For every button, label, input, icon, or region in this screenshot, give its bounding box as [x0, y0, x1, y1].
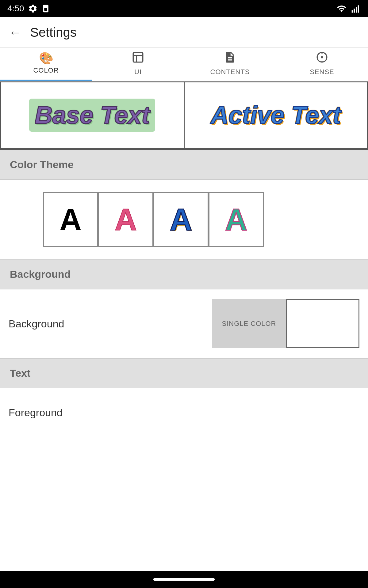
tab-sense-label: SENSE — [310, 68, 334, 76]
bottom-indicator — [153, 578, 215, 581]
text-header: Text — [0, 358, 368, 388]
background-options: SINGLE COLOR — [212, 299, 359, 348]
background-section: Background SINGLE COLOR — [0, 289, 368, 358]
status-bar: 4:50 — [0, 0, 368, 17]
settings-icon — [28, 4, 38, 13]
status-time: 4:50 — [7, 4, 24, 13]
tab-color-label: COLOR — [33, 66, 59, 74]
theme-letter-pink: A — [115, 204, 137, 235]
svg-rect-6 — [133, 52, 143, 62]
status-bar-left: 4:50 — [7, 4, 50, 13]
background-label: Background — [10, 268, 71, 280]
foreground-row: Foreground — [0, 388, 368, 437]
color-theme-label: Color Theme — [10, 159, 74, 170]
text-section: Foreground — [0, 388, 368, 437]
tab-contents-label: CONTENTS — [210, 68, 250, 76]
top-bar: ← Settings — [0, 17, 368, 48]
background-row: Background SINGLE COLOR — [0, 289, 368, 358]
tab-color[interactable]: 🎨 COLOR — [0, 48, 92, 81]
tab-sense[interactable]: SENSE — [276, 48, 368, 81]
status-bar-right — [336, 4, 361, 13]
preview-area: Base Text Active Text — [0, 81, 368, 150]
tabs-container: 🎨 COLOR UI CONTENTS SENSE — [0, 48, 368, 81]
base-text: Base Text — [29, 99, 155, 132]
signal-icon — [351, 4, 361, 13]
tab-contents[interactable]: CONTENTS — [184, 48, 276, 81]
active-text: Active Text — [211, 101, 341, 129]
back-button[interactable]: ← — [9, 26, 21, 39]
sim-icon — [41, 4, 50, 13]
background-row-label: Background — [9, 318, 212, 330]
svg-rect-4 — [356, 7, 357, 13]
foreground-label: Foreground — [9, 407, 359, 419]
tab-ui[interactable]: UI — [92, 48, 184, 81]
wifi-icon — [336, 4, 347, 13]
single-color-option[interactable]: SINGLE COLOR — [212, 299, 286, 348]
svg-rect-2 — [352, 10, 353, 13]
theme-letter-blue: A — [170, 204, 192, 235]
single-color-label: SINGLE COLOR — [222, 320, 276, 328]
theme-option-black[interactable]: A — [43, 192, 98, 247]
sense-icon — [316, 51, 328, 66]
svg-rect-5 — [358, 5, 359, 13]
svg-point-10 — [321, 57, 323, 58]
theme-letter-black: A — [59, 204, 82, 235]
page-title: Settings — [30, 25, 77, 40]
theme-option-blue[interactable]: A — [153, 192, 209, 247]
single-color-box[interactable]: SINGLE COLOR — [212, 299, 286, 348]
palette-icon: 🎨 — [39, 52, 53, 64]
white-option[interactable] — [286, 299, 359, 348]
theme-letter-teal: A — [225, 204, 247, 235]
ui-icon — [132, 51, 144, 66]
theme-option-pink[interactable]: A — [98, 192, 153, 247]
bottom-bar — [0, 571, 368, 588]
svg-rect-1 — [44, 8, 47, 11]
contents-icon — [224, 51, 236, 66]
background-header: Background — [0, 259, 368, 289]
white-option-box[interactable] — [286, 299, 359, 348]
active-text-panel: Active Text — [184, 81, 368, 149]
base-text-panel: Base Text — [0, 81, 184, 149]
text-label: Text — [10, 367, 30, 379]
color-theme-header: Color Theme — [0, 150, 368, 179]
tab-ui-label: UI — [134, 68, 142, 76]
theme-grid: A A A A — [0, 180, 368, 259]
theme-option-teal[interactable]: A — [209, 192, 264, 247]
svg-rect-3 — [354, 9, 355, 13]
